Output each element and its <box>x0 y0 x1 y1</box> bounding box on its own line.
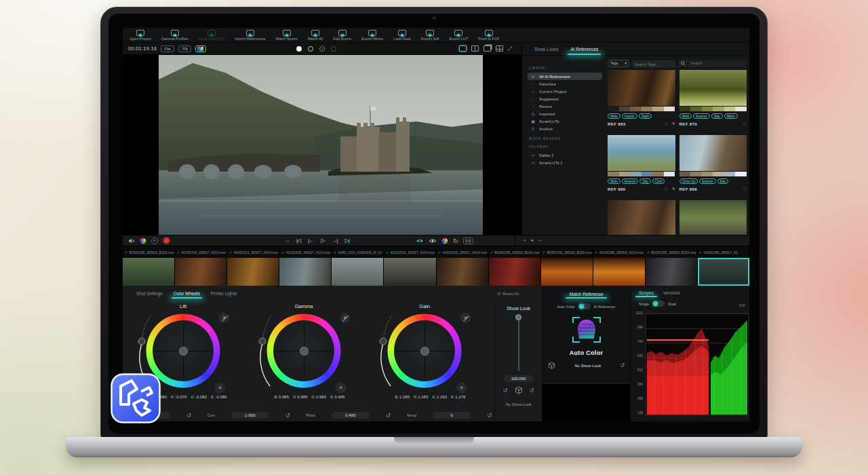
edit-pencil-icon[interactable]: ✎ <box>671 121 675 127</box>
tag-chip[interactable]: Day <box>717 178 729 184</box>
reset-icon[interactable]: ↺ <box>620 362 625 368</box>
reset-icon[interactable]: ↺ <box>530 387 534 394</box>
library-item[interactable]: ⌂ Current Project <box>528 88 602 95</box>
search-tags-input[interactable] <box>632 60 675 68</box>
search-box[interactable] <box>678 60 747 67</box>
playback-button[interactable]: |← <box>308 238 313 244</box>
toolbar-button[interactable]: Look Deck <box>393 30 411 41</box>
favorite-heart-icon[interactable]: ♡ <box>664 187 668 192</box>
match-mode-toggle[interactable] <box>578 303 591 309</box>
timeline-clip[interactable] <box>646 258 697 286</box>
reference-card[interactable]: ♡ ✎ <box>608 200 675 235</box>
toolbar-button[interactable]: Open Project <box>130 30 151 41</box>
show-reference-eye-icon[interactable] <box>416 238 424 244</box>
auto-color-face-icon[interactable] <box>572 315 601 345</box>
reset-icon[interactable]: ↺ <box>285 413 290 419</box>
tag-chip[interactable]: Exterior <box>693 113 710 119</box>
viewer-mode-outline-icon[interactable] <box>308 46 313 52</box>
tag-chip[interactable]: Close Up <box>679 178 698 184</box>
pivot-value[interactable]: 0.400 <box>332 412 370 419</box>
timeline-clip[interactable] <box>175 258 226 286</box>
mute-speaker-icon[interactable] <box>128 238 135 244</box>
wheel-auto-icon[interactable]: ☀ <box>215 383 225 393</box>
playback-button[interactable]: →| <box>332 238 337 244</box>
reference-thumbnail[interactable] <box>679 70 747 106</box>
library-item[interactable]: ♢ Suggested <box>528 95 602 102</box>
clip-name-cell[interactable]: ✓ A086_C014_20180930_R_V1-0014 <box>332 247 384 258</box>
lut-cube-icon[interactable] <box>515 386 523 394</box>
add-icon[interactable]: + <box>151 238 158 244</box>
edit-pencil-icon[interactable]: ✎ <box>671 187 675 192</box>
wheel-puck[interactable] <box>179 347 188 356</box>
clip-name-cell[interactable]: ✓ B006C008_180918_B2ZA.mov <box>123 247 175 258</box>
reference-thumbnail[interactable] <box>679 200 747 235</box>
wheel-puck-area[interactable] <box>273 320 334 381</box>
color-palette-icon[interactable] <box>140 238 146 244</box>
reference-thumbnail[interactable] <box>608 135 675 171</box>
wheel-disable-icon[interactable]: ☀ <box>340 313 350 323</box>
timeline-clip[interactable] <box>541 258 593 286</box>
clip-name-cell[interactable]: ✓ A003C013_180917_A014.mov <box>227 247 279 258</box>
clip-name-cell[interactable]: ✓ B006C005_180918_B2ZA.mov <box>488 247 540 258</box>
tag-chip[interactable]: Exterior <box>622 178 639 184</box>
toolbar-button[interactable]: Match Scene <box>276 30 298 41</box>
toolbar-button[interactable]: Push to FCP <box>478 30 499 41</box>
wheel-puck-area[interactable] <box>394 320 455 381</box>
rec709-view-button[interactable]: 709 <box>178 45 191 52</box>
tag-chip[interactable]: Exterior <box>699 178 716 184</box>
wheel-puck-area[interactable] <box>153 320 214 381</box>
viewer-mode-dim-icon[interactable] <box>331 46 336 52</box>
library-item[interactable]: ⊞ All Ai References <box>528 73 602 80</box>
playback-button[interactable]: → <box>284 238 289 244</box>
wheel-disable-icon[interactable]: ☀ <box>219 313 229 323</box>
toolbar-button[interactable]: Export Movie <box>361 30 383 41</box>
refresh-loop-icon[interactable]: ↻ <box>453 238 458 244</box>
folder-item[interactable]: ▭ Dallas 2 <box>528 151 602 159</box>
toolbar-button[interactable]: Export Still <box>421 30 439 41</box>
layout-overlap-icon[interactable] <box>484 45 491 52</box>
timeline-clip[interactable] <box>698 258 749 286</box>
favorite-heart-icon[interactable]: ♡ <box>743 187 747 192</box>
contrast-value[interactable]: 1.000 <box>231 412 269 419</box>
tab-versions[interactable]: Versions <box>663 290 680 295</box>
reference-thumbnail[interactable] <box>679 135 747 171</box>
search-input[interactable] <box>688 60 744 67</box>
tag-chip[interactable]: Wide <box>679 113 692 119</box>
tag-chip[interactable]: Cool <box>652 178 665 184</box>
references-tab[interactable]: Show Looks <box>534 47 558 52</box>
playback-button[interactable]: ▷ <box>321 238 324 244</box>
layout-single-icon[interactable] <box>459 45 467 52</box>
reference-card[interactable]: WideInteriorNight REF 883 ♡ ✎ <box>608 70 675 131</box>
favorite-heart-icon[interactable]: ♡ <box>664 121 668 127</box>
playback-button[interactable]: ▷| <box>345 238 349 244</box>
references-tab[interactable]: Ai References <box>570 47 598 52</box>
tag-chip[interactable]: Warm <box>724 113 738 119</box>
clip-name-cell[interactable]: ✓ A003C019_180917_A014.mov <box>436 247 488 258</box>
reset-icon[interactable]: ↺ <box>186 413 191 419</box>
viewer[interactable] <box>123 55 521 235</box>
layout-split-icon[interactable] <box>471 45 479 52</box>
timeline-clip[interactable] <box>227 258 279 286</box>
show-look-slider-handle[interactable] <box>515 314 521 320</box>
toolbar-button[interactable]: Import References <box>235 30 265 41</box>
tag-chip[interactable]: Interior <box>622 113 637 119</box>
tag-chip[interactable]: Wide <box>608 178 620 184</box>
grid-zoom-button[interactable]: ▾ <box>531 238 534 244</box>
reset-icon[interactable]: ↺ <box>487 413 492 419</box>
flat-view-button[interactable]: Flat <box>161 45 174 52</box>
folder-item[interactable]: ▭ SmartLUTs 1 <box>528 159 602 166</box>
reference-card[interactable]: Close UpExteriorDay REF 888 ♡ ✎ <box>679 135 747 196</box>
show-look-slider[interactable] <box>518 317 519 371</box>
reference-card[interactable]: ♡ ✎ <box>679 200 747 235</box>
auto-color-label[interactable]: Auto Color <box>542 349 630 356</box>
timeline-clip[interactable] <box>384 258 435 286</box>
tags-dropdown[interactable]: Tags ▾ <box>608 60 629 67</box>
wheel-puck[interactable] <box>420 347 429 356</box>
tag-chip[interactable]: Day <box>711 113 723 119</box>
reset-icon[interactable]: ↺ <box>503 387 508 394</box>
show-original-eye-icon[interactable] <box>429 238 437 244</box>
toolbar-button[interactable]: Match All <box>308 30 323 41</box>
waveform-scope[interactable] <box>646 313 749 416</box>
favorite-heart-icon[interactable]: ♡ <box>743 121 747 127</box>
library-item[interactable]: ◔ Recent <box>528 102 602 110</box>
